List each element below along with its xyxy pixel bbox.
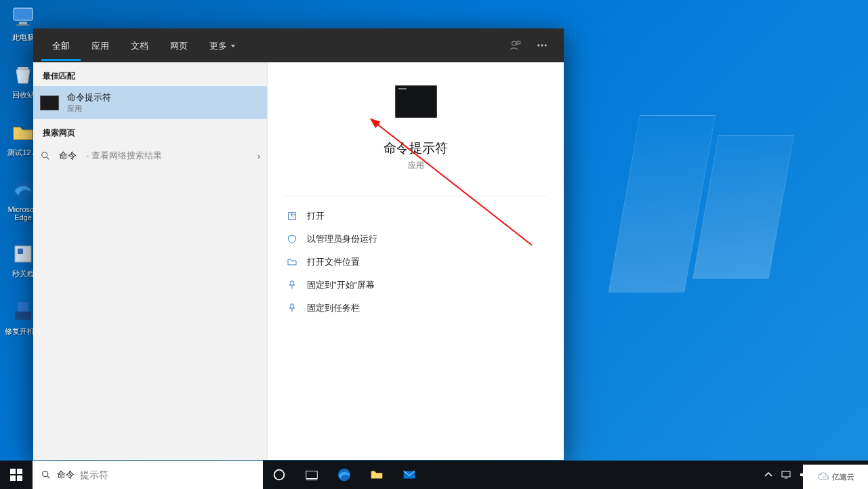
- svg-rect-25: [782, 471, 790, 477]
- taskbar: 命令 中 1 202: [0, 461, 868, 489]
- cmd-thumbnail-icon: [40, 95, 59, 110]
- search-input[interactable]: [80, 469, 255, 480]
- edge-taskbar-button[interactable]: [328, 461, 360, 489]
- chevron-up-icon: [763, 469, 774, 480]
- taskbar-pinned-apps: [263, 461, 426, 489]
- result-subtitle: 应用: [67, 104, 111, 114]
- web-search-term: 命令: [59, 150, 77, 162]
- action-open-file-location[interactable]: 打开文件位置: [284, 251, 547, 274]
- best-match-result[interactable]: 命令提示符 应用: [33, 86, 267, 119]
- svg-rect-17: [17, 469, 22, 474]
- recycle-bin-icon: [9, 63, 37, 87]
- mail-icon: [402, 467, 417, 482]
- person-feedback-icon: [509, 39, 521, 51]
- svg-point-11: [541, 45, 543, 46]
- tab-web[interactable]: 网页: [159, 30, 199, 60]
- chevron-right-icon: ›: [257, 151, 260, 161]
- watermark-badge: 亿速云: [803, 465, 868, 489]
- task-view-icon: [304, 467, 319, 482]
- windows-logo-icon: [10, 469, 22, 481]
- folder-location-icon: [287, 257, 297, 268]
- start-button[interactable]: [0, 461, 33, 489]
- tab-all[interactable]: 全部: [41, 30, 81, 61]
- taskbar-search-box[interactable]: 命令: [33, 461, 263, 489]
- action-pin-to-taskbar[interactable]: 固定到任务栏: [284, 297, 547, 320]
- action-open[interactable]: 打开: [284, 205, 547, 228]
- action-label: 固定到任务栏: [307, 302, 360, 314]
- cortana-icon: [272, 467, 287, 482]
- desktop-icon-label: 此电脑: [12, 33, 35, 43]
- tab-label: 更多: [209, 40, 227, 52]
- desktop-icon-label: 回收站: [12, 90, 35, 100]
- watermark-text: 亿速云: [832, 472, 854, 482]
- chevron-down-icon: [230, 43, 236, 49]
- svg-point-20: [43, 471, 48, 477]
- network-icon: [781, 469, 791, 480]
- wallpaper-light: [624, 115, 787, 291]
- svg-point-12: [545, 45, 546, 46]
- svg-rect-3: [18, 67, 28, 70]
- preview-subtitle: 应用: [408, 160, 424, 171]
- action-label: 打开: [307, 210, 325, 222]
- search-preview-column: 命令提示符 应用 打开 以管理员身份运行 打开文件位置 固定到"开始"屏幕: [267, 62, 564, 460]
- section-search-web: 搜索网页: [33, 119, 267, 143]
- svg-rect-19: [17, 475, 22, 481]
- search-icon: [40, 150, 51, 161]
- svg-point-13: [42, 152, 47, 158]
- search-tab-bar: 全部 应用 文档 网页 更多: [33, 28, 564, 62]
- svg-point-9: [512, 41, 516, 45]
- feedback-button[interactable]: [501, 32, 529, 59]
- tray-overflow-button[interactable]: [763, 469, 774, 480]
- action-label: 固定到"开始"屏幕: [307, 279, 375, 291]
- action-run-as-admin[interactable]: 以管理员身份运行: [284, 228, 547, 251]
- pin-icon: [287, 303, 297, 314]
- action-list: 打开 以管理员身份运行 打开文件位置 固定到"开始"屏幕 固定到任务栏: [284, 196, 547, 320]
- folder-icon: [369, 467, 384, 482]
- svg-rect-22: [306, 471, 318, 479]
- tab-apps[interactable]: 应用: [81, 30, 120, 60]
- section-best-match: 最佳匹配: [33, 62, 267, 86]
- edge-icon: [9, 178, 37, 203]
- cloud-icon: [817, 472, 829, 482]
- open-icon: [287, 211, 297, 221]
- preview-title: 命令提示符: [384, 140, 448, 157]
- this-pc-icon: [9, 5, 37, 30]
- result-title: 命令提示符: [67, 91, 111, 104]
- tab-label: 应用: [91, 40, 109, 52]
- svg-point-10: [538, 45, 539, 46]
- repair-icon: [9, 299, 37, 324]
- preview-cmd-icon: [395, 85, 437, 118]
- tab-documents[interactable]: 文档: [120, 30, 159, 60]
- mail-button[interactable]: [393, 461, 426, 489]
- tab-label: 网页: [170, 40, 188, 52]
- task-view-button[interactable]: [295, 461, 328, 489]
- tray-network-button[interactable]: [781, 469, 791, 480]
- action-label: 以管理员身份运行: [307, 233, 377, 245]
- web-search-hint: - 查看网络搜索结果: [86, 150, 162, 162]
- svg-rect-7: [18, 302, 28, 313]
- search-panel: 全部 应用 文档 网页 更多 最佳匹配 命令提示符 应用 搜索网页: [33, 28, 564, 460]
- svg-rect-1: [19, 22, 27, 24]
- desktop-icon-label: 秒关程: [12, 269, 35, 279]
- web-search-item[interactable]: 命令 - 查看网络搜索结果 ›: [33, 143, 267, 169]
- tool-icon: [9, 242, 37, 266]
- folder-icon: [9, 121, 37, 145]
- tab-label: 全部: [52, 40, 70, 52]
- edge-icon: [337, 467, 352, 482]
- search-results-column: 最佳匹配 命令提示符 应用 搜索网页 命令 - 查看网络搜索结果 ›: [33, 62, 267, 460]
- tab-label: 文档: [131, 40, 148, 52]
- svg-rect-6: [18, 249, 23, 254]
- cortana-button[interactable]: [263, 461, 295, 489]
- svg-rect-18: [10, 475, 16, 481]
- search-typed-text: 命令: [57, 469, 75, 481]
- action-pin-to-start[interactable]: 固定到"开始"屏幕: [284, 274, 547, 297]
- ellipsis-icon: [536, 39, 548, 51]
- action-label: 打开文件位置: [307, 256, 360, 268]
- svg-rect-16: [10, 469, 16, 474]
- svg-point-27: [823, 477, 824, 478]
- shield-admin-icon: [287, 234, 297, 244]
- tab-more[interactable]: 更多: [199, 30, 247, 60]
- more-options-button[interactable]: [529, 32, 556, 59]
- search-icon: [41, 469, 51, 480]
- file-explorer-button[interactable]: [360, 461, 393, 489]
